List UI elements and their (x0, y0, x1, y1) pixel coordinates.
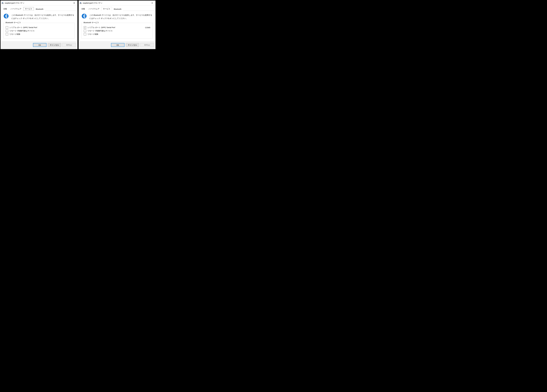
service-row-remote-device: リモートで制御可能なデバイス (84, 30, 150, 32)
svg-rect-2 (2, 3, 4, 4)
apply-button: 適用(A) (62, 43, 76, 47)
tab-bluetooth[interactable]: Bluetooth (34, 7, 45, 11)
service-row-spp: シリアル ポート (SPP) 'Serial Port' COM5 (84, 26, 150, 29)
service-row-remote-device: リモートで制御可能なデバイス (6, 30, 72, 32)
group-title: Bluetooth サービス (5, 21, 22, 24)
window-title: raspberrypiのプロパティ (5, 2, 71, 4)
ok-button[interactable]: OK (33, 43, 47, 47)
service-label-spp: シリアル ポート (SPP) 'Serial Port' (87, 26, 143, 29)
service-label-remote-device: リモートで制御可能なデバイス (9, 30, 72, 32)
group-title: Bluetooth サービス (83, 21, 100, 24)
tab-services[interactable]: サービス (101, 7, 112, 11)
services-group: Bluetooth サービス シリアル ポート (SPP) 'Serial Po… (82, 23, 153, 39)
service-label-spp: シリアル ポート (SPP) 'Serial Port' (9, 26, 72, 29)
tab-page-services: この Bluetooth デバイスは、次のサービスを提供します。サービスを使用す… (0, 11, 77, 41)
svg-rect-1 (2, 2, 3, 3)
close-button[interactable] (71, 1, 77, 5)
checkbox-remote-device[interactable] (84, 30, 86, 32)
device-icon (1, 2, 4, 4)
service-row-remote-ctrl: リモート制御 (6, 33, 72, 35)
checkbox-spp[interactable] (6, 26, 8, 29)
close-icon (74, 2, 75, 4)
window-title: raspberrypiのプロパティ (83, 2, 150, 4)
bluetooth-icon (82, 14, 87, 19)
service-row-spp: シリアル ポート (SPP) 'Serial Port' (6, 26, 72, 29)
titlebar: raspberrypiのプロパティ (79, 0, 156, 6)
tab-general[interactable]: 全般 (1, 7, 9, 11)
tab-hardware[interactable]: ハードウェア (87, 7, 101, 11)
titlebar: raspberrypiのプロパティ (0, 0, 77, 6)
checkbox-remote-ctrl[interactable] (6, 33, 8, 35)
cancel-button[interactable]: キャンセル (126, 43, 139, 47)
intro-text: この Bluetooth デバイスは、次のサービスを提供します。サービスを使用す… (11, 14, 75, 20)
tabstrip: 全般 ハードウェア サービス Bluetooth (0, 6, 77, 11)
tabstrip: 全般 ハードウェア サービス Bluetooth (79, 6, 156, 11)
service-label-remote-ctrl: リモート制御 (9, 33, 72, 35)
properties-dialog-before: raspberrypiのプロパティ 全般 ハードウェア サービス Bluetoo… (0, 0, 78, 49)
intro-text: この Bluetooth デバイスは、次のサービスを提供します。サービスを使用す… (89, 14, 153, 20)
button-bar: OK キャンセル 適用(A) (0, 41, 77, 49)
checkbox-spp[interactable] (84, 26, 86, 29)
services-group: Bluetooth サービス シリアル ポート (SPP) 'Serial Po… (3, 23, 75, 39)
apply-button: 適用(A) (140, 43, 154, 47)
tab-general[interactable]: 全般 (80, 7, 87, 11)
device-icon (80, 2, 82, 4)
intro-row: この Bluetooth デバイスは、次のサービスを提供します。サービスを使用す… (82, 14, 153, 20)
svg-rect-8 (80, 3, 82, 4)
intro-row: この Bluetooth デバイスは、次のサービスを提供します。サービスを使用す… (3, 14, 75, 20)
service-label-remote-device: リモートで制御可能なデバイス (87, 30, 150, 32)
service-port-spp: COM5 (145, 27, 150, 28)
tab-services[interactable]: サービス (23, 7, 34, 11)
close-button[interactable] (150, 1, 155, 5)
svg-rect-7 (80, 2, 81, 3)
button-bar: OK キャンセル 適用(A) (79, 41, 156, 49)
checkbox-remote-ctrl[interactable] (84, 33, 86, 35)
tab-hardware[interactable]: ハードウェア (9, 7, 23, 11)
properties-dialog-after: raspberrypiのプロパティ 全般 ハードウェア サービス Bluetoo… (78, 0, 156, 49)
bluetooth-icon (3, 14, 9, 19)
cancel-button[interactable]: キャンセル (48, 43, 61, 47)
ok-button[interactable]: OK (111, 43, 124, 47)
checkbox-remote-device[interactable] (6, 30, 8, 32)
tab-bluetooth[interactable]: Bluetooth (112, 7, 123, 11)
service-row-remote-ctrl: リモート制御 (84, 33, 150, 35)
tab-page-services: この Bluetooth デバイスは、次のサービスを提供します。サービスを使用す… (79, 11, 156, 41)
service-label-remote-ctrl: リモート制御 (87, 33, 150, 35)
close-icon (151, 2, 153, 4)
